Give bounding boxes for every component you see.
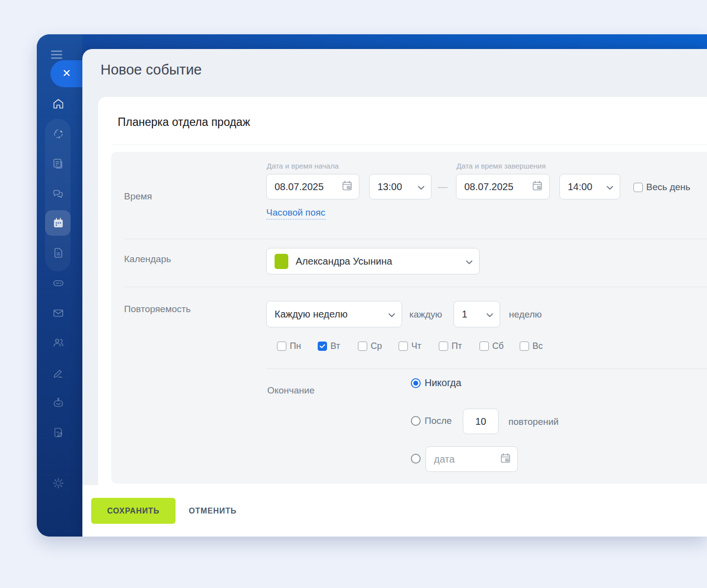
weekday-toggle[interactable]: Пт	[439, 341, 462, 351]
robot-icon	[52, 396, 65, 409]
weekday-toggle[interactable]: Чт	[399, 341, 421, 351]
weekday-label: Вс	[532, 341, 543, 351]
all-day-label: Весь день	[646, 182, 690, 193]
start-date-value: 08.07.2025	[275, 181, 342, 193]
weekday-checkbox[interactable]	[277, 342, 286, 351]
weekday-toggle[interactable]: Вт	[318, 341, 340, 351]
time-row-label: Время	[124, 191, 152, 202]
calendar-select[interactable]: Александра Усынина	[266, 248, 480, 274]
weekday-checkbox[interactable]	[399, 342, 408, 351]
document-icon	[52, 246, 65, 259]
end-after-option[interactable]: После	[411, 416, 452, 426]
modal-footer: СОХРАНИТЬ ОТМЕНИТЬ	[82, 485, 707, 537]
end-after-radio[interactable]	[411, 416, 421, 426]
sidebar-item-edit[interactable]	[52, 367, 65, 379]
app-window: Новое событие Планерка отдела продаж Вре…	[37, 34, 707, 537]
weekday-toggle[interactable]: Пн	[277, 341, 301, 351]
start-time-select[interactable]: 13:00	[369, 174, 431, 199]
svg-text:24: 24	[505, 458, 508, 461]
weekday-toggle[interactable]: Сб	[480, 341, 504, 351]
cancel-button[interactable]: ОТМЕНИТЬ	[189, 498, 237, 524]
pencil-icon	[52, 367, 65, 379]
svg-text:24: 24	[347, 186, 350, 189]
sidebar-item-network[interactable]	[52, 127, 65, 140]
repeat-row-label: Повторяемость	[124, 304, 191, 315]
weekday-toggle[interactable]: Ср	[358, 341, 382, 351]
end-date-input[interactable]: дата 24	[426, 446, 518, 472]
page-background: Новое событие Планерка отдела продаж Вре…	[0, 0, 707, 588]
end-never-option[interactable]: Никогда	[411, 377, 461, 389]
weekday-checkbox[interactable]	[318, 342, 327, 351]
weekday-label: Чт	[411, 341, 421, 351]
weekday-label: Вт	[330, 341, 340, 351]
all-day-checkbox[interactable]	[633, 183, 643, 192]
divider	[124, 239, 707, 239]
form-panel: Время Дата и время начала 08.07.2025 24 …	[111, 152, 707, 484]
save-button[interactable]: СОХРАНИТЬ	[91, 498, 176, 524]
sidebar-item-mail[interactable]	[52, 307, 65, 319]
sidebar	[37, 34, 82, 537]
end-date-field[interactable]: 08.07.2025 24	[456, 174, 550, 199]
weekday-label: Ср	[371, 341, 382, 351]
calendar-select-value: Александра Усынина	[296, 256, 466, 267]
calendar-row-label: Календарь	[124, 254, 171, 265]
drive-icon	[52, 277, 65, 290]
end-date-option[interactable]	[411, 454, 421, 464]
modal-title: Новое событие	[101, 62, 202, 78]
chevron-down-icon	[486, 309, 493, 320]
event-name-input[interactable]: Планерка отдела продаж	[118, 116, 250, 129]
divider	[112, 145, 707, 145]
start-date-field[interactable]: 08.07.2025 24	[266, 174, 359, 199]
end-date-radio[interactable]	[411, 454, 421, 464]
svg-text:24: 24	[537, 186, 540, 189]
sidebar-item-settings[interactable]	[52, 477, 65, 490]
sidebar-item-feed[interactable]	[52, 157, 65, 170]
end-time-select[interactable]: 14:00	[559, 174, 620, 199]
weekday-checkbox[interactable]	[358, 342, 367, 351]
chevron-down-icon	[466, 256, 473, 267]
weekday-label: Пт	[452, 341, 462, 351]
all-day-toggle[interactable]: Весь день	[633, 182, 690, 193]
chevron-down-icon	[418, 181, 425, 193]
menu-icon[interactable]	[51, 50, 62, 61]
sidebar-item-chat[interactable]	[52, 187, 65, 200]
sidebar-item-people[interactable]	[52, 337, 65, 349]
gear-icon	[52, 477, 65, 490]
sidebar-item-calendar[interactable]	[52, 217, 65, 229]
weekday-checkbox[interactable]	[480, 342, 489, 351]
close-icon	[62, 68, 72, 79]
sidebar-item-tasks[interactable]	[52, 426, 65, 439]
timezone-link[interactable]: Часовой пояс	[266, 207, 326, 220]
repeat-frequency-select[interactable]: Каждую неделю	[266, 301, 402, 327]
divider	[266, 368, 707, 369]
close-slider-button[interactable]	[50, 60, 82, 87]
task-document-icon	[52, 426, 65, 439]
chevron-down-icon	[606, 181, 613, 193]
repeat-interval-select[interactable]: 1	[454, 301, 500, 327]
end-never-radio[interactable]	[411, 378, 421, 388]
sidebar-item-drive[interactable]	[52, 277, 65, 290]
end-row-label: Окончание	[267, 385, 315, 396]
repeat-every-label: каждую	[409, 309, 442, 320]
calendar-24-icon: 24	[342, 180, 353, 194]
sidebar-item-bot[interactable]	[52, 396, 65, 409]
people-icon	[52, 337, 65, 349]
repeat-interval-value: 1	[462, 309, 486, 320]
end-date-value: 08.07.2025	[464, 181, 532, 193]
sidebar-item-home[interactable]	[52, 98, 65, 110]
divider	[124, 287, 707, 287]
weekday-label: Сб	[492, 341, 504, 351]
weekday-checkbox[interactable]	[439, 342, 448, 351]
end-after-count-input[interactable]: 10	[463, 409, 499, 434]
end-after-label: После	[425, 416, 452, 426]
time-range-dash: —	[438, 181, 448, 193]
chat-icon	[52, 187, 65, 200]
weekday-label: Пн	[290, 341, 301, 351]
weekday-toggle[interactable]: Вс	[520, 341, 543, 351]
sidebar-item-documents[interactable]	[52, 246, 65, 259]
end-after-count-value: 10	[475, 416, 486, 427]
event-modal: Новое событие Планерка отдела продаж Вре…	[82, 49, 707, 537]
calendar-24-icon: 24	[500, 453, 511, 466]
calendar-icon	[52, 217, 65, 229]
weekday-checkbox[interactable]	[520, 342, 529, 351]
